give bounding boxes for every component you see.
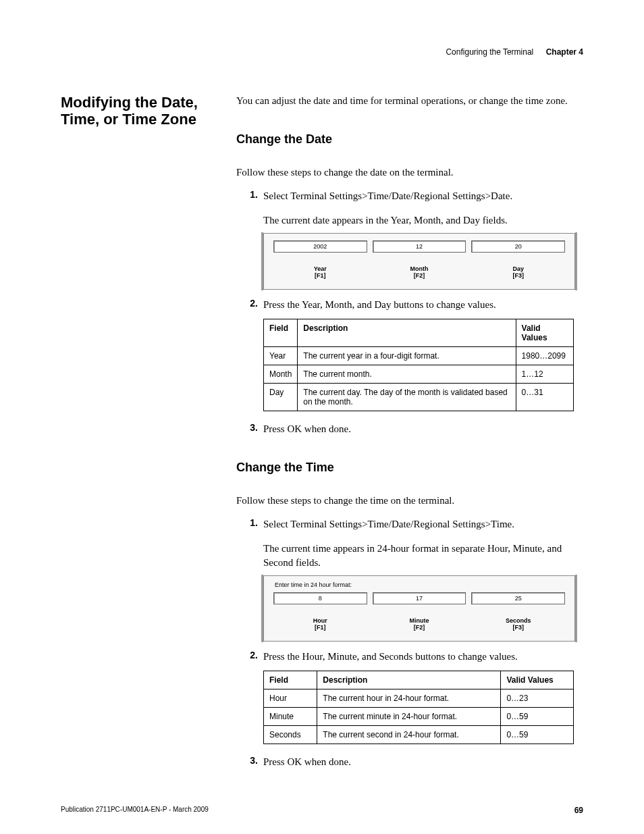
th-desc: Description: [317, 671, 501, 689]
table-row: Day The current day. The day of the mont…: [264, 383, 574, 411]
step-number: 3.: [236, 755, 263, 769]
year-field: 2002: [273, 240, 367, 253]
date-step1: Select Terminal Settings>Time/Date/Regio…: [263, 189, 583, 203]
date-step2: Press the Year, Month, and Day buttons t…: [263, 298, 583, 312]
th-valid: Valid Values: [501, 671, 574, 689]
page-number: 69: [574, 806, 583, 815]
intro-text: You can adjust the date and time for ter…: [236, 94, 583, 108]
time-ui-figure: Enter time in 24 hour format: 8 17 25 Ho…: [263, 575, 575, 642]
table-row: Hour The current hour in 24-hour format.…: [264, 689, 574, 707]
day-field: 20: [471, 240, 565, 253]
th-field: Field: [264, 319, 298, 346]
time-step2: Press the Hour, Minute, and Seconds butt…: [263, 650, 583, 664]
hour-label: Hour [F1]: [271, 618, 370, 631]
header-section: Configuring the Terminal: [446, 47, 533, 57]
publication-info: Publication 2711PC-UM001A-EN-P - March 2…: [61, 806, 209, 815]
seconds-label: Seconds [F3]: [468, 618, 568, 631]
hour-field: 8: [273, 592, 367, 604]
change-date-heading: Change the Date: [236, 132, 583, 147]
time-step3: Press OK when done.: [263, 755, 583, 769]
seconds-field: 25: [471, 592, 565, 604]
month-field: 12: [373, 240, 466, 253]
date-fields-table: Field Description Valid Values Year The …: [263, 319, 574, 411]
date-ui-figure: 2002 12 20 Year [F1] Month [F2]: [263, 233, 575, 290]
date-step3: Press OK when done.: [263, 422, 583, 436]
time-step1b: The current time appears in 24-hour form…: [263, 542, 583, 570]
table-row: Year The current year in a four-digit fo…: [264, 346, 574, 365]
table-row: Minute The current minute in 24-hour for…: [264, 707, 574, 725]
step-number: 1.: [236, 517, 263, 531]
change-time-heading: Change the Time: [236, 461, 583, 475]
time-fields-table: Field Description Valid Values Hour The …: [263, 671, 574, 744]
month-label: Month [F2]: [370, 266, 469, 280]
step-number: 2.: [236, 650, 263, 664]
step-number: 1.: [236, 189, 263, 203]
header-chapter: Chapter 4: [546, 47, 583, 57]
section-title: Modifying the Date, Time, or Time Zone: [61, 94, 236, 128]
time-ui-prompt: Enter time in 24 hour format:: [275, 581, 568, 588]
time-lead: Follow these steps to change the time on…: [236, 494, 583, 508]
step-number: 3.: [236, 422, 263, 436]
page-footer: Publication 2711PC-UM001A-EN-P - March 2…: [61, 806, 583, 815]
year-label: Year [F1]: [271, 266, 370, 280]
page-header: Configuring the Terminal Chapter 4: [61, 47, 583, 57]
th-desc: Description: [298, 319, 516, 346]
date-step1b: The current date appears in the Year, Mo…: [263, 213, 583, 228]
time-step1: Select Terminal Settings>Time/Date/Regio…: [263, 517, 583, 531]
minute-field: 17: [373, 592, 466, 604]
th-field: Field: [264, 671, 317, 689]
date-lead: Follow these steps to change the date on…: [236, 165, 583, 180]
step-number: 2.: [236, 298, 263, 312]
table-row: Seconds The current second in 24-hour fo…: [264, 725, 574, 744]
day-label: Day [F3]: [468, 266, 568, 280]
table-row: Month The current month. 1…12: [264, 365, 574, 383]
th-valid: Valid Values: [516, 319, 573, 346]
minute-label: Minute [F2]: [370, 618, 469, 631]
